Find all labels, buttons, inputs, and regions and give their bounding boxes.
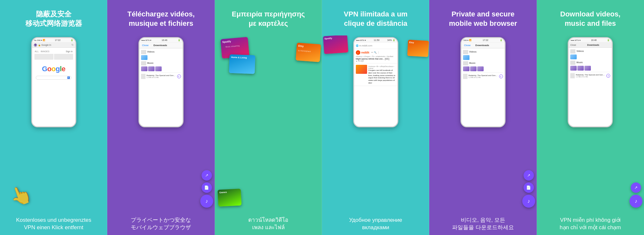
etsy-card-3: Etsy 🛍 Marketplace (296, 43, 321, 62)
fab-share-2[interactable]: ↗ (202, 170, 212, 181)
status-right-5: 🔋 (500, 39, 503, 42)
panel-chinese-vpn: 隐蔽及安全移动式网络游览器 No SIM ♥ 📶 17:22 🔋 🔒 Googl… (0, 0, 107, 235)
panel-2-header: Téléchargez vidéos,musique et fichiers (107, 0, 214, 35)
fab-main-2[interactable]: ♪ (200, 195, 213, 208)
music-thumb-2c (155, 66, 162, 71)
videos-section-6: Videos (570, 49, 610, 54)
file-icon-5 (463, 74, 468, 79)
close-btn-2[interactable]: Close (142, 44, 148, 47)
file-row-5: Relativity: The Special and General Theo… (463, 73, 503, 80)
fab-main-5[interactable]: ♪ (522, 195, 535, 208)
file-size-6: 1.2 Mb of 5.2 Mb (576, 76, 605, 78)
status-bar-5: SIM ♥ 📶 17:22 🔋 (461, 38, 505, 43)
reddit-icon-4: r (356, 50, 360, 55)
status-time-5: 17:22 (483, 39, 488, 41)
music-items-2 (141, 66, 181, 71)
panel-3-sub: ดาวน์โหลดวิดีโอเพลง และไฟล์ (215, 212, 322, 235)
bg-etsy-card-4: Etsy (407, 40, 429, 57)
panel-1-sub: Kostenloses und unbegrenztesVPN einen Kl… (0, 212, 107, 235)
panel-3-image: Spotify 🎵 Music streaming Etsy 🛍 Marketp… (215, 35, 322, 212)
panel-1-image: No SIM ♥ 📶 17:22 🔋 🔒 Google In ↻ ALL IMA (0, 35, 107, 212)
status-bar-6: ●●● MTN ♥ 16:46 🔋 (569, 38, 612, 43)
music-section-5: Music (463, 61, 503, 65)
downloads-header-5: Close Downloads (461, 43, 505, 48)
panel-2-sub: プライベートかつ安全なモバイルウェブブラウザ (107, 212, 214, 235)
shield-icon-1 (34, 44, 37, 47)
panel-6-header: Download videos,music and files (537, 0, 644, 35)
status-time-6: 16:46 (591, 39, 597, 41)
pause-btn-2[interactable]: ⏸ (177, 74, 181, 78)
videos-label-2: Videos (147, 51, 155, 53)
folder-icon-videos-5 (463, 50, 468, 54)
homeliving-card-3: Home & Living (229, 54, 255, 74)
status-right-2: 🔋 (178, 39, 181, 42)
reddit-header-4: 🌐 m.reddit.com (354, 43, 397, 49)
status-right-1: 🔋 (71, 39, 73, 42)
reddit-brand-4: r reddit ✏ 🔍 ⋮ /r/funny • r/Imgur • 7h •… (354, 49, 397, 64)
pause-btn-6[interactable]: ⏸ (606, 74, 610, 78)
panel-french-downloads: Téléchargez vidéos,musique et fichiers ●… (107, 0, 214, 235)
videos-label-6: Videos (576, 50, 584, 52)
panel-5-image: SIM ♥ 📶 17:22 🔋 Close Downloads Videos (429, 35, 536, 212)
downloads-content-2: Videos Music (139, 48, 183, 126)
search-icon-1: 🔍 (67, 76, 70, 79)
reddit-site-4: 🌐 m.reddit.com (356, 44, 372, 47)
file-info-6: Relativity: The Special and General Theo… (576, 74, 605, 78)
url-text-6: Close (570, 44, 576, 46)
pause-btn-5[interactable]: ⏸ (499, 74, 503, 78)
downloads-content-6: Videos Music (569, 48, 612, 126)
folder-icon-music-2 (141, 61, 146, 65)
status-bar-4: ●●● MTN ♥ 11:50 34% 🔋 (354, 38, 397, 43)
music-label-5: Music (469, 62, 476, 64)
panel-6-image: ●●● MTN ♥ 16:46 🔋 Close Downloads Videos (537, 35, 644, 212)
panel-5-sub: 비디오, 음악, 모든파일들을 다운로드하세요 (429, 212, 536, 235)
video-items-5 (463, 55, 503, 60)
downloads-title-2: Downloads (153, 44, 167, 47)
downloads-header-2: Close Downloads (139, 43, 183, 48)
google-logo-1: Google (42, 65, 65, 73)
fab-share-5[interactable]: ↗ (524, 170, 534, 181)
file-size-2: 1.2 Mb of 5.2 Mb (147, 76, 176, 78)
panel-greek-tabs: Εμπειρία περιήγησηςμε καρτέλες Spotify 🎵… (215, 0, 322, 235)
music-thumb-5c (477, 66, 484, 71)
music-items-5 (463, 66, 503, 71)
status-left-2: ●●● MTN ♥ (141, 39, 151, 41)
status-left-6: ●●● MTN ♥ (571, 39, 581, 41)
phone-mockup-6: ●●● MTN ♥ 16:46 🔋 Close Downloads Videos (568, 37, 613, 127)
videos-section-2: Videos (141, 50, 181, 54)
status-left-4: ●●● MTN ♥ (356, 39, 366, 41)
music-section-6: Music (570, 61, 610, 65)
phone-mockup-1: No SIM ♥ 📶 17:22 🔋 🔒 Google In ↻ ALL IMA (31, 37, 76, 127)
music-thumb-6b (577, 66, 584, 71)
panel-1-header: 隐蔽及安全移动式网络游览器 (0, 0, 107, 35)
music-section-2: Music (141, 61, 181, 65)
status-left-5: SIM ♥ 📶 (463, 39, 471, 41)
folder-icon-videos-2 (141, 50, 146, 54)
fab-doc-5[interactable]: 📄 (524, 182, 534, 193)
panel-english-download: Download videos,music and files ●●● MTN … (537, 0, 644, 235)
fab-share-6[interactable]: ↗ (631, 182, 641, 193)
folder-icon-music-6 (570, 61, 575, 65)
phone-mockup-2: ●●● MTN ♥ 16:46 🔋 Close Downloads Videos (138, 37, 184, 127)
music-items-6 (570, 66, 610, 71)
bg-spotify-card-4: Spotify (323, 35, 348, 54)
phone-content-1: ALL IMAGES Sign in Google 🔍 (32, 48, 75, 126)
music-thumb-2b (148, 66, 155, 71)
status-time-1: 17:22 (55, 39, 61, 41)
reddit-title-4a: Cougars can kill hundreds of deer over t… (368, 69, 396, 84)
fab-container-6: ↗ ♪ (630, 182, 642, 208)
search-bar-1: 🔍 (36, 76, 72, 80)
close-btn-5[interactable]: Close (464, 44, 470, 47)
downloads-title-5: Downloads (475, 44, 489, 47)
reddit-post-4a: /r/science • 8h • u/NinjaDiscoJesus • An… (354, 64, 397, 86)
video-items-6 (570, 54, 610, 59)
fab-main-6[interactable]: ♪ (630, 195, 642, 208)
video-thumb-2 (141, 55, 147, 60)
file-info-5: Relativity: The Special and General Theo… (469, 74, 498, 78)
file-icon-2 (141, 74, 146, 79)
reddit-meta-4a: /r/science • 8h • u/NinjaDiscoJesus • An… (368, 65, 396, 69)
panel-4-image: Spotify Etsy ●●● MTN ♥ 11:50 34% 🔋 🌐 m.r… (322, 35, 429, 212)
music-thumb-6a (570, 66, 577, 71)
phone-mockup-5: SIM ♥ 📶 17:22 🔋 Close Downloads Videos (460, 37, 506, 127)
fab-doc-2[interactable]: 📄 (202, 182, 212, 193)
